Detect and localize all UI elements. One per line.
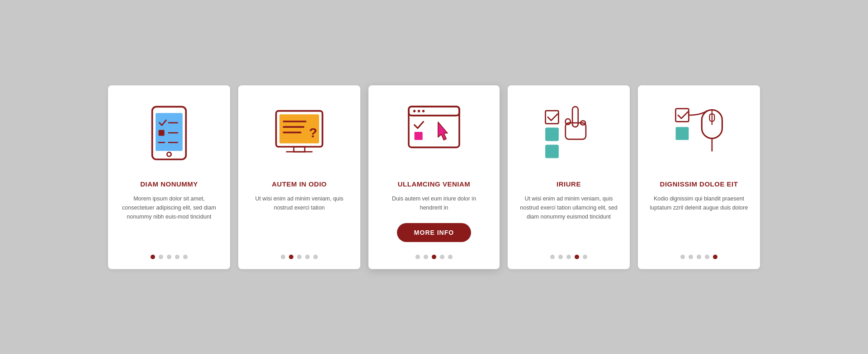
cards-container: DIAM NONUMMY Morem ipsum dolor sit amet,… bbox=[81, 67, 787, 287]
card-text: Ut wisi enim ad minim veniam, quis nostr… bbox=[519, 194, 619, 242]
dot-0 bbox=[550, 255, 555, 259]
dots-row bbox=[680, 250, 717, 259]
svg-marker-23 bbox=[438, 122, 448, 140]
dot-3 bbox=[575, 255, 579, 259]
mouse-checklist-icon bbox=[670, 102, 728, 166]
svg-point-21 bbox=[422, 110, 425, 112]
card-icon-area bbox=[649, 98, 749, 170]
dot-0 bbox=[151, 255, 155, 259]
svg-rect-4 bbox=[159, 130, 165, 135]
svg-point-2 bbox=[167, 152, 171, 156]
card-dignissim-doloe-eit: DIGNISSIM DOLOE EIT Kodio dignissim qui … bbox=[638, 85, 760, 269]
dot-2 bbox=[432, 255, 436, 259]
card-icon-area bbox=[519, 98, 619, 170]
svg-text:?: ? bbox=[309, 125, 317, 140]
svg-point-20 bbox=[418, 110, 420, 112]
card-title: ULLAMCING VENIAM bbox=[398, 180, 471, 188]
card-icon-area: ? bbox=[249, 98, 349, 170]
dot-0 bbox=[415, 255, 420, 259]
card-text: Kodio dignissim qui blandit praesent lup… bbox=[649, 194, 749, 242]
dots-row bbox=[550, 250, 587, 259]
dots-row bbox=[151, 250, 188, 259]
svg-rect-32 bbox=[676, 127, 689, 140]
dot-3 bbox=[705, 255, 709, 259]
card-title: IRIURE bbox=[557, 180, 581, 188]
card-title: AUTEM IN ODIO bbox=[272, 180, 327, 188]
card-iriure: IRIURE Ut wisi enim ad minim veniam, qui… bbox=[508, 85, 630, 269]
dot-2 bbox=[297, 255, 302, 259]
svg-rect-25 bbox=[546, 128, 559, 141]
dot-3 bbox=[305, 255, 310, 259]
browser-cursor-icon bbox=[405, 102, 463, 166]
card-title: DIAM NONUMMY bbox=[140, 180, 198, 188]
svg-rect-26 bbox=[546, 144, 559, 158]
card-icon-area bbox=[380, 98, 488, 170]
svg-rect-22 bbox=[415, 132, 423, 140]
svg-rect-27 bbox=[572, 107, 578, 127]
card-text: Morem ipsum dolor sit amet, consectetuer… bbox=[119, 194, 219, 242]
card-title: DIGNISSIM DOLOE EIT bbox=[660, 180, 738, 188]
card-diam-nonummy: DIAM NONUMMY Morem ipsum dolor sit amet,… bbox=[108, 85, 230, 269]
dots-row bbox=[415, 250, 453, 259]
card-icon-area bbox=[119, 98, 219, 170]
smartphone-checklist-icon bbox=[140, 102, 198, 166]
card-autem-in-odio: ? AUTEM IN ODIO Ut wisi enim ad minim ve… bbox=[238, 85, 360, 269]
dot-4 bbox=[448, 255, 453, 259]
dot-1 bbox=[424, 255, 428, 259]
dots-row bbox=[281, 250, 318, 259]
dot-2 bbox=[697, 255, 701, 259]
hand-checklist-icon bbox=[539, 102, 598, 166]
dot-1 bbox=[689, 255, 693, 259]
dot-1 bbox=[159, 255, 163, 259]
dot-0 bbox=[281, 255, 285, 259]
dot-4 bbox=[583, 255, 587, 259]
card-text: Duis autem vel eum iriure dolor in hendr… bbox=[380, 194, 488, 212]
svg-rect-17 bbox=[409, 107, 459, 116]
more-info-button[interactable]: MORE INFO bbox=[397, 223, 471, 242]
dot-2 bbox=[566, 255, 571, 259]
svg-rect-29 bbox=[566, 119, 571, 125]
dot-2 bbox=[167, 255, 171, 259]
card-text: Ut wisi enim ad minim veniam, quis nostr… bbox=[249, 194, 349, 242]
dot-4 bbox=[713, 255, 717, 259]
dot-1 bbox=[558, 255, 563, 259]
dot-0 bbox=[680, 255, 685, 259]
svg-point-19 bbox=[413, 110, 415, 112]
dot-3 bbox=[175, 255, 179, 259]
dot-3 bbox=[440, 255, 444, 259]
monitor-question-icon: ? bbox=[270, 102, 329, 166]
dot-4 bbox=[183, 255, 188, 259]
dot-4 bbox=[313, 255, 318, 259]
card-ullamcing-veniam: ULLAMCING VENIAM Duis autem vel eum iriu… bbox=[368, 85, 500, 269]
dot-1 bbox=[289, 255, 293, 259]
